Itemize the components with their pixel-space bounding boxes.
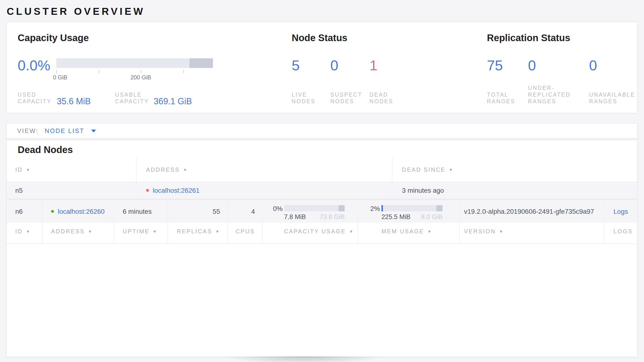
total-ranges-label: TOTAL RANGES [487, 91, 515, 105]
dead-status-dot-icon [146, 189, 149, 192]
column-header-mem-usage[interactable]: MEM USAGE▼ [358, 220, 459, 243]
column-header-uptime[interactable]: UPTIME▼ [114, 220, 168, 243]
column-header-replicas[interactable]: REPLICAS▼ [168, 220, 227, 243]
live-nodes-label: LIVE NODES [292, 91, 316, 105]
axis-tick [99, 70, 99, 73]
chevron-down-icon [91, 129, 96, 132]
under-replicated-count: 0 [528, 57, 536, 74]
capacity-bar-other-segment [190, 58, 213, 68]
capacity-usage-bar: 0 GiB 200 GiB [56, 58, 213, 68]
node-replicas: 55 [168, 200, 227, 223]
column-header-id[interactable]: ID▼ [7, 220, 42, 243]
bottom-scroll-shadow [191, 356, 415, 362]
view-dropdown-selected: NODE LIST [45, 127, 84, 134]
node-address: localhost:26260 [42, 200, 114, 223]
node-address-link[interactable]: localhost:26260 [58, 208, 104, 216]
usable-capacity-label: USABLE CAPACITY [115, 91, 149, 105]
axis-tick [56, 70, 57, 73]
live-status-dot-icon [51, 210, 54, 213]
view-dropdown[interactable]: NODE LIST [45, 127, 96, 134]
view-bar: VIEW: NODE LIST [6, 123, 638, 139]
capacity-usage-heading: Capacity Usage [18, 33, 89, 44]
column-header-address[interactable]: ADDRESS▼ [136, 158, 392, 182]
view-label: VIEW: [17, 127, 38, 134]
total-ranges-count: 75 [487, 57, 503, 74]
node-status-heading: Node Status [292, 33, 347, 44]
dead-nodes-card: Dead Nodes ID▼ ADDRESS▼ DEAD SINCE▼ n5 l… [6, 140, 638, 199]
sort-arrow-icon: ▼ [153, 229, 157, 234]
cluster-overview-page: CLUSTER OVERVIEW Capacity Usage 0.0% 0 G… [0, 0, 644, 362]
dead-nodes-label: DEAD NODES [370, 91, 393, 105]
replication-status-heading: Replication Status [487, 33, 570, 44]
column-header-id[interactable]: ID▼ [7, 158, 136, 182]
node-logs: Logs [604, 200, 637, 223]
dead-nodes-table-header: ID▼ ADDRESS▼ DEAD SINCE▼ [7, 158, 637, 182]
column-header-logs: LOGS [604, 220, 637, 243]
column-header-cpus[interactable]: CPUS [227, 220, 262, 243]
sort-arrow-icon: ▼ [88, 229, 92, 234]
page-title: CLUSTER OVERVIEW [7, 6, 145, 17]
axis-tick [141, 70, 141, 73]
node-mem-usage: 2% 225.5 MiB8.0 GiB [358, 200, 459, 223]
axis-tick-label: 200 GiB [130, 74, 151, 81]
node-capacity-usage: 0% 7.8 MiB73.8 GiB [262, 200, 358, 223]
live-nodes-card: Live Nodes ID▼ ADDRESS▼ UPTIME▼ REPLICAS… [6, 200, 638, 357]
sort-arrow-icon: ▼ [449, 168, 454, 172]
suspect-nodes-label: SUSPECT NODES [330, 91, 362, 105]
live-nodes-table-header: ID▼ ADDRESS▼ UPTIME▼ REPLICAS▼ CPUS CAPA… [7, 220, 637, 244]
used-capacity-value: 35.6 MiB [57, 97, 91, 107]
summary-card: Capacity Usage 0.0% 0 GiB 200 GiB USED C… [6, 22, 638, 113]
column-header-dead-since[interactable]: DEAD SINCE▼ [392, 158, 637, 182]
mem-usage-bar [382, 205, 442, 211]
dead-node-address: localhost:26261 [136, 182, 392, 199]
unavailable-label: UNAVAILABLE RANGES [589, 91, 635, 105]
sort-arrow-icon: ▼ [26, 168, 30, 172]
table-row: n6 localhost:26260 6 minutes 55 4 0% 7.8… [7, 200, 637, 223]
sort-arrow-icon: ▼ [499, 229, 504, 234]
column-header-capacity-usage[interactable]: CAPACITY USAGE▼ [262, 220, 358, 243]
suspect-nodes-count: 0 [330, 57, 338, 74]
node-address-link[interactable]: localhost:26261 [153, 187, 200, 194]
unavailable-count: 0 [589, 57, 597, 74]
sort-arrow-icon: ▼ [428, 229, 432, 234]
sort-arrow-icon: ▼ [349, 229, 354, 234]
live-nodes-count: 5 [292, 57, 300, 74]
axis-tick-label: 0 GiB [53, 74, 67, 81]
dead-node-id: n5 [7, 182, 136, 199]
axis-tick [183, 70, 184, 73]
column-header-address[interactable]: ADDRESS▼ [42, 220, 114, 243]
table-row: n5 localhost:26261 3 minutes ago [7, 182, 637, 199]
capacity-usage-percent: 0.0% [18, 57, 50, 74]
capacity-usage-bar [284, 205, 345, 211]
usable-capacity-value: 369.1 GiB [154, 97, 192, 107]
sort-arrow-icon: ▼ [26, 229, 30, 234]
sort-arrow-icon: ▼ [183, 168, 188, 172]
column-header-version[interactable]: VERSION▼ [459, 220, 604, 243]
sort-arrow-icon: ▼ [216, 229, 220, 234]
node-version: v19.2.0-alpha.20190606-2491-gfe735c9a97 [459, 200, 604, 223]
dead-since-value: 3 minutes ago [392, 182, 637, 199]
under-replicated-label: UNDER- REPLICATED RANGES [528, 85, 571, 105]
dead-nodes-count: 1 [370, 57, 378, 74]
logs-link[interactable]: Logs [614, 208, 628, 216]
used-capacity-label: USED CAPACITY [18, 91, 52, 105]
node-uptime: 6 minutes [114, 200, 168, 223]
node-id: n6 [7, 200, 42, 223]
dead-nodes-heading: Dead Nodes [18, 144, 73, 155]
node-cpus: 4 [227, 200, 262, 223]
